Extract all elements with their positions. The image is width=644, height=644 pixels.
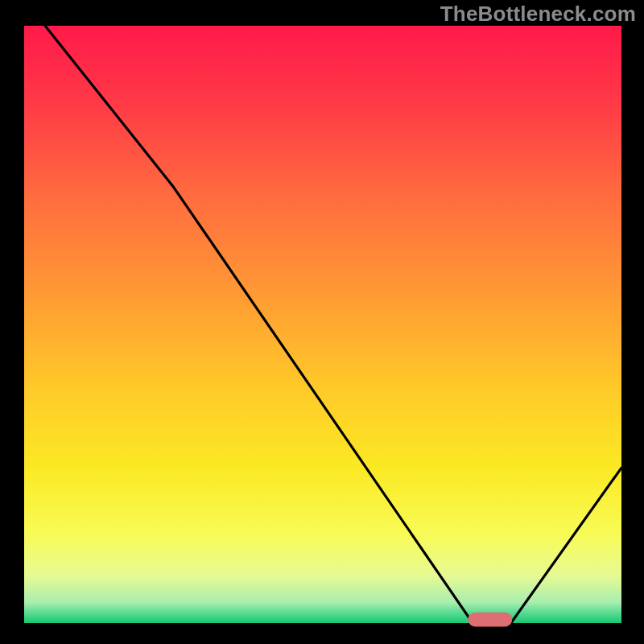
- chart-container: { "watermark": "TheBottleneck.com", "cha…: [0, 0, 644, 644]
- plot-background: [24, 26, 621, 623]
- watermark-text: TheBottleneck.com: [440, 2, 636, 27]
- optimal-range-marker: [468, 613, 512, 627]
- bottleneck-plot: [0, 0, 644, 644]
